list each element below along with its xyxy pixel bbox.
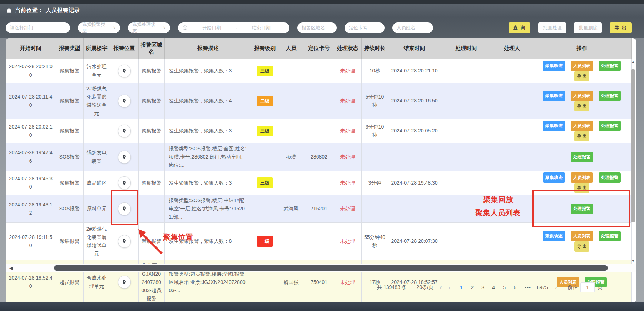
alarm-position-cell[interactable] — [110, 119, 138, 143]
list-action-button[interactable]: 人员列表 — [571, 91, 593, 101]
department-input[interactable] — [10, 25, 66, 30]
page-number-button[interactable]: 3 — [478, 283, 487, 292]
track-action-button[interactable]: 聚集轨迹 — [543, 91, 565, 101]
table-row: 2024-07-28 19:43:12SOS报警原料单元报警类型:SOS报警,楼… — [6, 195, 631, 223]
prev-page-button[interactable]: ‹ — [447, 284, 452, 290]
handle-status-cell: 未处理 — [334, 83, 361, 119]
next-page-button[interactable]: › — [554, 284, 558, 290]
page-number-button[interactable]: 2 — [467, 283, 477, 292]
last-page-button[interactable]: 6975 — [536, 283, 549, 292]
more-pages-button[interactable]: ••• — [525, 285, 531, 290]
vertical-scrollbar[interactable]: ▲ ▼ — [631, 60, 635, 263]
column-header: 报警位置 — [110, 38, 138, 59]
list-action-button[interactable]: 人员列表 — [571, 121, 593, 131]
start-time-cell: 2024-07-28 19:45:30 — [6, 171, 56, 195]
actions-cell: 处理报警 — [532, 143, 631, 171]
handle-action-button[interactable]: 处理报警 — [599, 91, 621, 101]
export-action-button[interactable]: 导 出 — [574, 241, 589, 252]
handle-action-button[interactable]: 处理报警 — [599, 121, 621, 131]
alarm-position-cell[interactable] — [110, 59, 138, 83]
handle-action-button[interactable]: 处理报警 — [599, 61, 621, 71]
card-no-input[interactable] — [349, 25, 380, 30]
alarm-position-cell[interactable] — [110, 83, 138, 119]
track-action-button[interactable]: 聚集轨迹 — [543, 121, 565, 131]
alarm-type-cell: 聚集报警 — [56, 171, 83, 195]
scroll-up-icon[interactable]: ▲ — [631, 60, 635, 64]
handler-cell — [492, 119, 532, 143]
list-action-button[interactable]: 人员列表 — [571, 61, 593, 71]
table-row: 2024-07-28 19:11:50聚集报警2#粉煤气化装置磨煤输送单元聚集报… — [6, 223, 631, 260]
person-name-input[interactable] — [397, 25, 429, 30]
handle-action-button[interactable]: 处理报警 — [571, 204, 593, 214]
page-number-button[interactable]: 5 — [500, 283, 509, 292]
end-date-placeholder[interactable]: 结束日期 — [252, 25, 271, 31]
table-row: 2024-07-28 20:21:00聚集报警污水处理单元聚集报警发生聚集报警，… — [6, 59, 631, 83]
alarm-position-cell[interactable] — [110, 195, 138, 223]
location-pin-icon[interactable] — [118, 235, 131, 248]
location-pin-icon[interactable] — [118, 176, 131, 189]
total-count: 共 139483 条 — [377, 284, 407, 291]
area-name-input[interactable] — [302, 25, 332, 30]
department-field[interactable] — [6, 22, 70, 33]
batch-handle-button[interactable]: 批量处理 — [538, 22, 566, 33]
goto-page-input[interactable] — [580, 282, 595, 292]
alarm-desc-cell: 发生聚集报警，聚集人数：8 — [164, 223, 252, 260]
export-action-button[interactable]: 导 出 — [574, 183, 589, 193]
area-name-cell: 聚集报警 — [138, 59, 164, 83]
track-action-button[interactable]: 聚集轨迹 — [543, 61, 565, 71]
query-button[interactable]: 查 询 — [509, 22, 531, 33]
batch-delete-button[interactable]: 批量删除 — [574, 22, 602, 33]
alarm-position-cell[interactable] — [110, 171, 138, 195]
scroll-left-icon[interactable]: ◀ — [9, 265, 13, 271]
person-name-field[interactable] — [392, 22, 433, 33]
location-pin-icon[interactable] — [118, 202, 131, 215]
list-action-button[interactable]: 人员列表 — [571, 231, 593, 241]
page-size-select[interactable]: 20条/页 ∨ — [417, 284, 442, 291]
export-action-button[interactable]: 导 出 — [574, 71, 589, 81]
alarm-position-cell[interactable] — [110, 143, 138, 171]
home-icon[interactable] — [6, 7, 12, 14]
status-label: 未处理 — [340, 68, 355, 74]
location-pin-icon[interactable] — [118, 125, 131, 137]
export-action-button[interactable]: 导 出 — [574, 101, 589, 111]
handle-action-button[interactable]: 处理报警 — [571, 152, 593, 162]
location-pin-icon[interactable] — [118, 151, 131, 164]
area-name-field[interactable] — [297, 22, 337, 33]
handle-time-cell — [441, 143, 492, 171]
alarm-type-cell: SOS报警 — [56, 195, 83, 223]
handle-action-button[interactable]: 处理报警 — [599, 231, 621, 241]
location-pin-icon[interactable] — [118, 65, 131, 77]
alarm-position-cell[interactable] — [110, 223, 138, 260]
list-action-button[interactable]: 人员列表 — [571, 172, 593, 183]
date-range-picker[interactable]: 开始日期 - 结束日期 — [178, 22, 289, 33]
handler-cell — [492, 83, 532, 119]
column-header: 结束时间 — [388, 38, 441, 59]
card-no-field[interactable] — [345, 22, 385, 33]
building-cell: 原料单元 — [83, 195, 110, 223]
export-button[interactable]: 导 出 — [610, 22, 632, 33]
scroll-down-icon[interactable]: ▼ — [631, 259, 635, 263]
horizontal-scroll-thumb[interactable] — [54, 265, 608, 271]
track-action-button[interactable]: 聚集轨迹 — [543, 172, 565, 183]
vertical-scroll-thumb[interactable] — [631, 69, 635, 222]
start-time-cell: 2024-07-28 19:11:50 — [6, 223, 56, 260]
horizontal-scrollbar[interactable]: ◀ — [6, 264, 636, 272]
handle-status-cell: 未处理 — [334, 59, 361, 83]
status-label: 未处理 — [340, 128, 355, 134]
page-number-button[interactable]: 4 — [489, 283, 498, 292]
handle-status-select[interactable]: 选择处理状态 ∨ — [128, 22, 170, 33]
export-action-button[interactable]: 导 出 — [574, 131, 589, 141]
alarm-type-select[interactable]: 选择报警类型 ∨ — [78, 22, 120, 33]
start-date-placeholder[interactable]: 开始日期 — [202, 25, 221, 31]
track-action-button[interactable]: 聚集轨迹 — [543, 231, 565, 241]
page-number-button[interactable]: 1 — [457, 283, 466, 292]
person-cell — [278, 171, 304, 195]
goto-label: 前往 — [568, 284, 578, 291]
page-number-button[interactable]: 6 — [510, 283, 520, 292]
actions-cell: 聚集轨迹人员列表处理报警导 出 — [532, 171, 631, 195]
alarm-desc-cell: 报警类型:SOS报警,楼层:全图,姓名:项璞,卡号:286802,部门:热动车间… — [164, 143, 252, 171]
building-cell: 污水处理单元 — [83, 59, 110, 83]
location-pin-icon[interactable] — [118, 95, 131, 107]
handle-action-button[interactable]: 处理报警 — [599, 172, 621, 183]
start-time-cell: 2024-07-28 20:02:10 — [6, 119, 56, 143]
